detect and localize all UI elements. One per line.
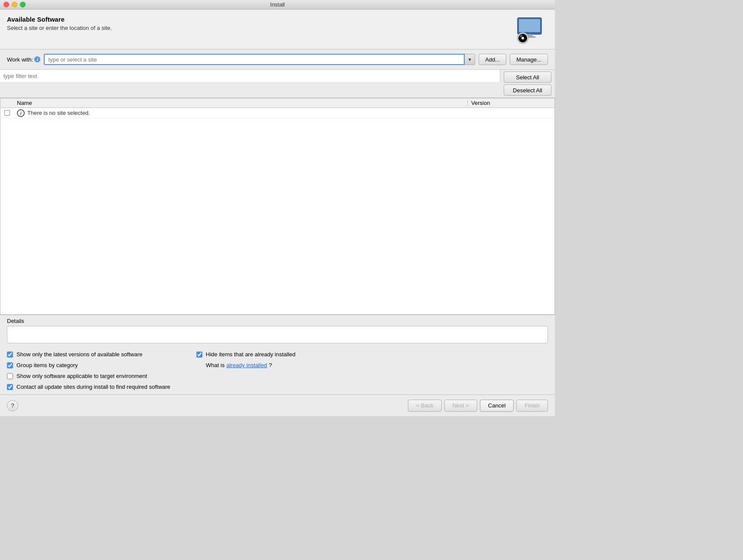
info-icon: i: [34, 56, 40, 62]
group-category-label: Group items by category: [16, 362, 78, 368]
no-site-info-icon: i: [17, 109, 25, 117]
cancel-button[interactable]: Cancel: [480, 400, 514, 412]
next-button[interactable]: Next >: [444, 400, 477, 412]
show-latest-checkbox[interactable]: [7, 352, 13, 358]
work-with-row: Work with: i ▼ Add... Manage...: [0, 49, 555, 70]
option-show-latest: Show only the latest versions of availab…: [7, 351, 170, 358]
filter-row: Select All Deselect All: [0, 70, 555, 98]
filter-input-wrap: [0, 70, 500, 98]
row-checkbox-input[interactable]: [4, 110, 10, 116]
back-button[interactable]: < Back: [408, 400, 442, 412]
hide-installed-label: Hide items that are already installed: [206, 351, 296, 358]
title-bar: Install: [0, 0, 555, 10]
options-col-left: Show only the latest versions of availab…: [7, 351, 170, 390]
site-input[interactable]: [44, 54, 465, 65]
options-section: Show only the latest versions of availab…: [0, 347, 555, 394]
show-latest-label: Show only the latest versions of availab…: [16, 351, 143, 358]
hide-installed-checkbox[interactable]: [196, 352, 202, 358]
already-installed-suffix: ?: [269, 362, 272, 368]
contact-sites-checkbox[interactable]: [7, 384, 13, 390]
software-table: Name Version i There is no site selected…: [0, 98, 555, 315]
contact-sites-label: Contact all update sites during install …: [16, 384, 170, 390]
show-applicable-checkbox[interactable]: [7, 373, 13, 379]
details-label: Details: [7, 318, 548, 324]
option-hide-installed: Hide items that are already installed: [196, 351, 296, 358]
col-name-header: Name: [13, 100, 468, 106]
table-row: i There is no site selected.: [0, 108, 554, 118]
table-header: Name Version: [0, 98, 554, 108]
already-installed-prefix: What is: [206, 362, 225, 368]
svg-point-6: [521, 37, 524, 39]
details-section: Details: [0, 315, 555, 347]
option-group-category: Group items by category: [7, 362, 170, 368]
work-with-label: Work with: i: [7, 56, 40, 63]
already-installed-row: What is already installed ?: [206, 362, 296, 368]
already-installed-link[interactable]: already installed: [226, 362, 267, 368]
header-icon: [513, 16, 548, 44]
svg-rect-1: [519, 19, 540, 32]
site-dropdown[interactable]: ▼: [44, 54, 475, 65]
site-dropdown-button[interactable]: ▼: [465, 54, 475, 65]
deselect-all-button[interactable]: Deselect All: [504, 85, 551, 96]
finish-button[interactable]: Finish: [516, 400, 548, 412]
main-content: Available Software Select a site or ente…: [0, 10, 555, 416]
col-version-header: Version: [468, 100, 554, 106]
option-contact-sites: Contact all update sites during install …: [7, 384, 170, 390]
option-show-applicable: Show only software applicable to target …: [7, 373, 170, 379]
close-button[interactable]: [3, 2, 9, 7]
minimize-button[interactable]: [12, 2, 17, 7]
show-applicable-label: Show only software applicable to target …: [16, 373, 147, 379]
page-title: Available Software: [7, 16, 112, 23]
table-wrapper: Name Version i There is no site selected…: [0, 98, 555, 315]
header-text: Available Software Select a site or ente…: [7, 16, 112, 31]
details-box: [7, 326, 548, 343]
group-category-checkbox[interactable]: [7, 362, 13, 368]
install-icon: [513, 16, 548, 44]
window-controls[interactable]: [3, 2, 26, 7]
bottom-bar: ? < Back Next > Cancel Finish: [0, 394, 555, 416]
select-all-button[interactable]: Select All: [504, 72, 551, 83]
header-section: Available Software Select a site or ente…: [0, 10, 555, 49]
add-button[interactable]: Add...: [479, 54, 506, 65]
help-button[interactable]: ?: [7, 400, 18, 411]
row-checkbox[interactable]: [0, 110, 13, 116]
filter-input[interactable]: [0, 70, 500, 82]
maximize-button[interactable]: [20, 2, 26, 7]
side-col: Select All Deselect All: [500, 70, 555, 98]
window-title: Install: [270, 1, 285, 8]
no-site-message: i There is no site selected.: [13, 108, 94, 119]
options-col-right: Hide items that are already installed Wh…: [196, 351, 296, 390]
table-body: i There is no site selected.: [0, 108, 554, 314]
nav-buttons: < Back Next > Cancel Finish: [408, 400, 548, 412]
page-subtitle: Select a site or enter the location of a…: [7, 25, 112, 31]
manage-button[interactable]: Manage...: [510, 54, 548, 65]
